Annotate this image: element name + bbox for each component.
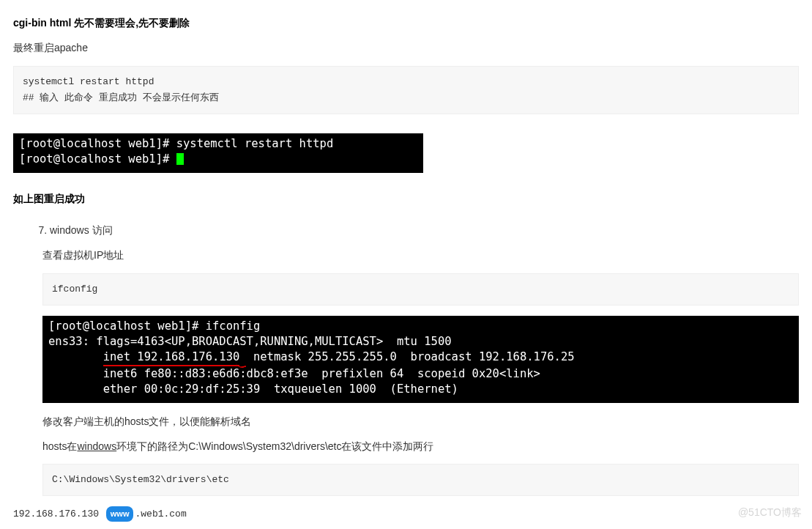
cursor-icon xyxy=(176,153,184,165)
terminal-line: [root@localhost web1]# xyxy=(19,152,176,166)
terminal-ifconfig: [root@localhost web1]# ifconfig ens33: f… xyxy=(42,316,799,403)
terminal-line: [root@localhost web1]# systemctl restart… xyxy=(19,137,333,150)
terminal-line: [root@localhost web1]# ifconfig xyxy=(48,319,260,333)
hosts-entry-1: 192.168.176.130 www.web1.com xyxy=(13,505,799,522)
heading-success: 如上图重启成功 xyxy=(13,190,799,208)
heading-cgi: cgi-bin html 先不需要理会,先不要删除 xyxy=(13,15,799,32)
host-ip: 192.168.176.130 xyxy=(13,508,99,519)
terminal-line: ether 00:0c:29:df:25:39 txqueuelen 1000 … xyxy=(48,382,458,396)
text-restart-apache: 最终重启apache xyxy=(13,40,799,57)
list-item-windows: windows 访问 xyxy=(50,222,799,240)
terminal-restart: [root@localhost web1]# systemctl restart… xyxy=(13,133,423,173)
ordered-list: windows 访问 xyxy=(13,222,799,240)
text-windows-underlined: windows xyxy=(77,440,116,452)
code-block-ifconfig: ifconfig xyxy=(42,273,799,306)
host-domain: .web1.com xyxy=(135,508,186,519)
terminal-line: ens33: flags=4163<UP,BROADCAST,RUNNING,M… xyxy=(48,335,452,348)
code-block-hosts-path: C:\Windows\System32\drivers\etc xyxy=(42,464,799,496)
text-hosts-desc: 修改客户端主机的hosts文件，以便能解析域名 xyxy=(42,413,799,431)
text-hosts-path: hosts在windows环境下的路径为C:\Windows\System32\… xyxy=(42,438,799,456)
terminal-line: netmask 255.255.255.0 broadcast 192.168.… xyxy=(239,350,574,363)
code-block-restart: systemctl restart httpd ## 输入 此命令 重启成功 不… xyxy=(13,66,799,114)
terminal-line: inet6 fe80::d83:e6d6:dbc8:ef3e prefixlen… xyxy=(48,367,540,380)
www-badge: www xyxy=(106,506,134,522)
terminal-inet-highlight: inet 192.168.176.130 xyxy=(103,349,240,366)
terminal-line xyxy=(48,350,103,363)
watermark: @51CTO博客 xyxy=(738,504,802,522)
text-ip-lookup: 查看虚拟机IP地址 xyxy=(42,247,799,264)
